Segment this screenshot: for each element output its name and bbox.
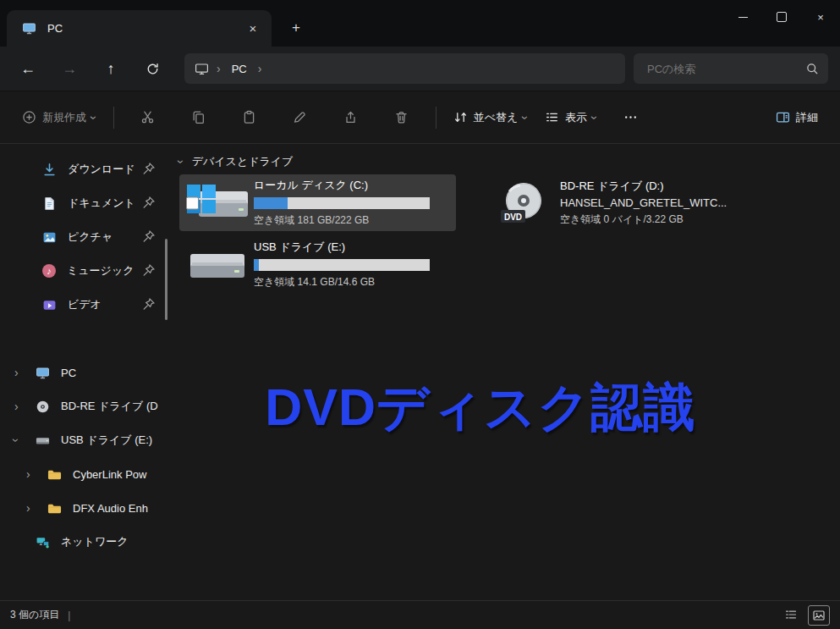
copy-icon xyxy=(191,110,206,124)
address-bar[interactable]: › PC › xyxy=(184,53,625,84)
drive-free-space: 空き領域 14.1 GB/14.6 GB xyxy=(254,275,451,290)
drive-free-space: 空き領域 0 バイト/3.22 GB xyxy=(560,212,744,227)
main-content: › デバイスとドライブ ローカル ディスク (C:) 空き領域 181 GB/2… xyxy=(169,144,840,600)
drive-info: BD-RE ドライブ (D:) HANSEL_AND_GRETEL_WITC..… xyxy=(560,179,744,227)
chevron-right-icon[interactable]: › xyxy=(14,366,19,379)
sidebar-item-label: ネットワーク xyxy=(61,534,129,549)
rename-button[interactable] xyxy=(282,101,319,135)
sort-icon xyxy=(453,110,468,124)
toolbar-divider xyxy=(436,107,436,129)
minimize-icon xyxy=(738,17,748,18)
chevron-right-icon[interactable]: › xyxy=(26,467,30,481)
sidebar-item-usb-drive[interactable]: › USB ドライブ (E:) xyxy=(3,423,166,457)
download-icon xyxy=(42,163,57,177)
sidebar-item-label: ミュージック xyxy=(67,263,135,279)
sort-button-label: 並べ替え xyxy=(474,110,519,125)
tab-title: PC xyxy=(47,22,63,35)
large-icons-view-button[interactable] xyxy=(808,605,830,626)
drive-tile-usb-e[interactable]: USB ドライブ (E:) 空き領域 14.1 GB/14.6 GB xyxy=(179,236,456,293)
window-controls: × xyxy=(723,0,840,34)
capacity-bar xyxy=(254,259,430,271)
drive-info: USB ドライブ (E:) 空き領域 14.1 GB/14.6 GB xyxy=(254,240,451,290)
view-button[interactable]: 表示 › xyxy=(536,102,606,133)
breadcrumb-chevron-icon[interactable]: › xyxy=(258,62,262,75)
chevron-down-icon[interactable]: › xyxy=(175,160,187,164)
delete-button[interactable] xyxy=(383,101,420,135)
chevron-down-icon: › xyxy=(520,115,532,119)
pictures-icon xyxy=(42,230,57,245)
sidebar-item-cyberlink-folder[interactable]: › CyberLink Pow xyxy=(3,457,166,491)
status-separator: | xyxy=(68,610,70,621)
copy-button[interactable] xyxy=(180,101,217,135)
sort-button[interactable]: 並べ替え › xyxy=(445,102,536,133)
view-switcher xyxy=(781,605,830,626)
drive-tile-bdre-d[interactable]: DVD BD-RE ドライブ (D:) HANSEL_AND_GRETEL_WI… xyxy=(486,174,749,231)
search-box[interactable] xyxy=(634,53,828,84)
sidebar-item-videos[interactable]: ビデオ xyxy=(3,288,166,322)
navigation-bar: ← → ↑ › PC › xyxy=(0,47,840,91)
pin-icon xyxy=(141,229,156,244)
capacity-bar-fill xyxy=(254,197,288,209)
clipboard-icon xyxy=(242,110,256,124)
new-tab-button[interactable]: + xyxy=(283,15,309,41)
new-button[interactable]: 新規作成 › xyxy=(14,102,105,133)
view-button-label: 表示 xyxy=(565,110,587,125)
chevron-right-icon[interactable]: › xyxy=(14,400,19,413)
drive-name: ローカル ディスク (C:) xyxy=(254,178,451,193)
file-explorer-window: PC × + × ← → ↑ › PC › 新規作成 xyxy=(0,0,840,629)
paste-button[interactable] xyxy=(231,101,268,135)
sidebar-item-label: BD-RE ドライブ (D xyxy=(61,399,158,414)
pin-icon xyxy=(141,196,156,210)
cut-button[interactable] xyxy=(129,101,167,135)
document-icon xyxy=(42,196,57,211)
sidebar-item-label: PC xyxy=(61,367,76,379)
back-button[interactable]: ← xyxy=(12,53,44,84)
up-button[interactable]: ↑ xyxy=(95,53,127,84)
sidebar-item-downloads[interactable]: ダウンロード xyxy=(3,152,166,186)
refresh-icon xyxy=(145,62,160,76)
devices-section-header[interactable]: › デバイスとドライブ xyxy=(179,154,840,169)
maximize-button[interactable] xyxy=(762,0,801,34)
sidebar-item-label: ビデオ xyxy=(68,297,102,312)
navigation-sidebar: ダウンロード ドキュメント ピクチャ ♪ ミュージック ビデオ xyxy=(0,144,169,600)
chevron-right-icon[interactable]: › xyxy=(26,501,30,515)
dvd-disc-icon: DVD xyxy=(491,179,557,227)
drive-row: USB ドライブ (E:) 空き領域 14.1 GB/14.6 GB xyxy=(179,236,840,293)
drive-name: BD-RE ドライブ (D:) xyxy=(560,179,744,194)
sidebar-item-pc[interactable]: › PC xyxy=(3,356,166,389)
item-count: 3 個の項目 xyxy=(10,608,59,622)
sidebar-item-bdre-drive[interactable]: › BD-RE ドライブ (D xyxy=(3,389,166,423)
search-icon xyxy=(805,62,820,76)
more-options-button[interactable] xyxy=(612,101,650,135)
share-button[interactable] xyxy=(332,101,370,135)
sidebar-item-music[interactable]: ♪ ミュージック xyxy=(3,254,166,288)
breadcrumb-pc[interactable]: PC xyxy=(228,61,250,77)
chevron-down-icon[interactable]: › xyxy=(9,439,23,443)
breadcrumb-chevron-icon: › xyxy=(217,62,221,75)
sidebar-item-label: ドキュメント xyxy=(68,196,135,211)
folder-icon xyxy=(47,467,62,482)
tab-close-button[interactable]: × xyxy=(241,18,265,40)
ellipsis-icon xyxy=(623,110,638,124)
details-view-button[interactable] xyxy=(781,605,801,624)
search-input[interactable] xyxy=(645,62,805,76)
drive-row: ローカル ディスク (C:) 空き領域 181 GB/222 GB DVD BD… xyxy=(179,174,840,231)
drive-tile-local-disk-c[interactable]: ローカル ディスク (C:) 空き領域 181 GB/222 GB xyxy=(179,174,456,231)
tab-pc[interactable]: PC × xyxy=(7,10,272,47)
details-pane-button[interactable]: 詳細 xyxy=(767,102,826,133)
chevron-down-icon: › xyxy=(88,115,100,119)
sidebar-scrollbar[interactable] xyxy=(165,239,167,320)
selection-checkbox[interactable] xyxy=(186,196,199,209)
disc-label: HANSEL_AND_GRETEL_WITC... xyxy=(560,196,744,209)
sidebar-item-pictures[interactable]: ピクチャ xyxy=(3,220,166,254)
refresh-button[interactable] xyxy=(136,53,168,84)
details-pane-icon xyxy=(776,110,790,124)
sidebar-item-network[interactable]: ネットワーク xyxy=(3,525,166,559)
network-icon xyxy=(36,535,50,549)
close-button[interactable]: × xyxy=(801,0,840,34)
video-icon xyxy=(42,298,57,312)
sidebar-item-documents[interactable]: ドキュメント xyxy=(3,186,166,220)
sidebar-item-dfx-folder[interactable]: › DFX Audio Enh xyxy=(3,491,166,525)
scissors-icon xyxy=(140,110,155,124)
minimize-button[interactable] xyxy=(723,0,762,34)
